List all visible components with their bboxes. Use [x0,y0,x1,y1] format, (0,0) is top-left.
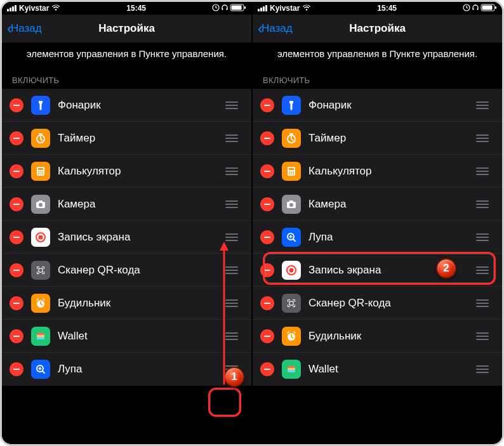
item-label: Калькулятор [58,165,220,178]
svg-rect-47 [289,301,293,305]
drag-handle[interactable] [220,167,244,175]
wifi-icon [51,4,60,13]
alarm-status-icon [212,4,220,13]
item-label: Запись экрана [58,231,220,244]
qr-icon [282,294,301,313]
list-item: Будильник [253,320,502,353]
status-bar: Kyivstar 15:45 [2,2,251,15]
drag-handle[interactable] [470,167,494,175]
svg-rect-17 [39,200,43,202]
wallet-icon [31,327,50,346]
item-label: Будильник [308,330,470,343]
remove-button[interactable] [260,329,274,343]
camera-icon [282,195,301,214]
remove-button[interactable] [10,296,23,310]
list-item: Лупа [253,221,502,254]
drag-handle[interactable] [220,332,244,340]
drag-handle[interactable] [470,299,494,307]
svg-rect-30 [482,5,492,10]
svg-point-19 [39,235,43,239]
drag-handle[interactable] [220,266,244,274]
svg-rect-5 [244,6,246,9]
item-label: Wallet [58,330,220,343]
phone-right: Kyivstar 15:45 ‹ Назад Настройка элемент… [253,2,502,444]
drag-handle[interactable] [470,332,494,340]
remove-button[interactable] [260,362,274,376]
remove-button[interactable] [260,98,274,112]
svg-point-9 [38,171,39,173]
alarm-icon [31,294,50,313]
carrier-label: Kyivstar [19,4,49,13]
phone-left: Kyivstar 15:45 ‹ Назад Настройка элемент… [2,2,251,444]
carrier-label: Kyivstar [270,4,300,13]
remove-button[interactable] [10,230,23,244]
drag-handle[interactable] [220,299,244,307]
alarm-status-icon [463,4,470,13]
camera-icon [31,195,50,214]
page-subtitle: элементов управления в Пункте управления… [2,43,251,72]
section-header-include: ВКЛЮЧИТЬ [2,72,251,89]
drag-handle[interactable] [470,200,494,208]
list-item: Лупа [2,353,251,386]
drag-handle[interactable] [470,233,494,241]
remove-button[interactable] [260,230,274,244]
timer-icon [31,129,50,148]
remove-button[interactable] [260,164,274,178]
list-item: Запись экрана [2,221,251,254]
remove-button[interactable] [10,98,23,112]
section-header-include: ВКЛЮЧИТЬ [253,72,502,89]
list-item: Wallet [2,320,251,353]
list-item: Wallet [253,353,502,386]
timer-icon [282,129,301,148]
svg-point-13 [40,173,41,174]
wallet-icon [282,360,301,379]
remove-button[interactable] [10,329,23,343]
svg-point-39 [291,173,292,174]
drag-handle[interactable] [470,102,494,109]
list-item: Калькулятор [253,155,502,188]
signal-icon [258,5,267,11]
remove-button[interactable] [260,296,274,310]
page-title: Настройка [349,22,406,35]
drag-handle[interactable] [470,365,494,373]
back-button[interactable]: ‹ Назад [258,20,293,37]
nav-bar: ‹ Назад Настройка [253,15,502,43]
svg-rect-49 [288,366,295,368]
svg-rect-43 [289,200,293,202]
item-label: Wallet [308,363,470,376]
clock-label: 15:45 [377,4,397,13]
drag-handle[interactable] [220,233,244,241]
item-label: Камера [308,198,470,211]
back-label: Назад [262,22,293,35]
svg-rect-1 [222,8,223,10]
remove-button[interactable] [260,197,274,211]
svg-rect-2 [226,8,227,10]
page-subtitle: элементов управления в Пункте управления… [253,43,502,72]
remove-button[interactable] [260,131,274,145]
drag-handle[interactable] [470,134,494,142]
back-button[interactable]: ‹ Назад [7,20,42,37]
remove-button[interactable] [10,131,23,145]
drag-handle[interactable] [220,102,244,109]
drag-handle[interactable] [220,134,244,142]
headphones-icon [472,4,479,13]
remove-button[interactable] [10,197,23,211]
remove-button[interactable] [10,164,23,178]
list-item: Сканер QR-кода [253,287,502,320]
svg-point-37 [293,171,294,173]
svg-point-42 [289,203,293,207]
remove-button[interactable] [260,263,274,277]
drag-handle[interactable] [470,266,494,274]
item-label: Фонарик [58,99,220,112]
calculator-icon [31,162,50,181]
remove-button[interactable] [10,362,23,376]
remove-button[interactable] [10,263,23,277]
svg-point-14 [42,173,43,174]
item-label: Лупа [58,363,220,376]
list-item: Фонарик [253,89,502,122]
control-list-left: ФонарикТаймерКалькуляторКамераЗапись экр… [2,89,251,386]
svg-point-40 [293,173,294,174]
page-title: Настройка [98,22,155,35]
calculator-icon [282,162,301,181]
drag-handle[interactable] [220,200,244,208]
